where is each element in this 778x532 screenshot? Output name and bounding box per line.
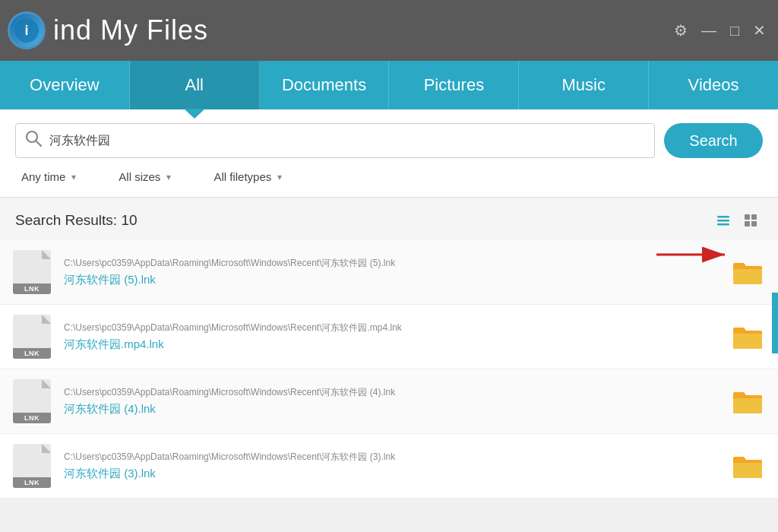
file-path: C:\Users\pc0359\AppData\Roaming\Microsof… <box>64 386 728 399</box>
nav-tabs: Overview All Documents Pictures Music Vi… <box>0 61 778 109</box>
tab-music[interactable]: Music <box>519 61 649 109</box>
tab-documents[interactable]: Documents <box>260 61 390 109</box>
list-item: LNK C:\Users\pc0359\AppData\Roaming\Micr… <box>0 305 778 369</box>
file-icon-wrap: LNK <box>11 249 53 295</box>
filters-row: Any time ▾ All sizes ▾ All filetypes ▾ <box>15 167 763 186</box>
settings-icon[interactable]: ⚙ <box>674 23 688 38</box>
svg-rect-5 <box>717 220 729 222</box>
list-item: LNK C:\Users\pc0359\AppData\Roaming\Micr… <box>0 369 778 434</box>
app-logo: i <box>8 11 46 49</box>
file-list: LNK C:\Users\pc0359\AppData\Roaming\Micr… <box>0 240 778 499</box>
file-icon: LNK <box>13 315 51 359</box>
file-icon-wrap: LNK <box>11 443 53 489</box>
svg-rect-8 <box>751 214 757 220</box>
title-bar: i ind My Files ⚙ — □ ✕ <box>0 0 778 61</box>
file-info: C:\Users\pc0359\AppData\Roaming\Microsof… <box>64 451 728 481</box>
search-icon <box>25 130 42 151</box>
maximize-button[interactable]: □ <box>730 23 739 38</box>
svg-rect-7 <box>745 214 750 220</box>
svg-line-3 <box>36 141 42 147</box>
list-view-button[interactable] <box>711 208 735 233</box>
scrollbar-thumb[interactable] <box>772 293 778 353</box>
search-row: 河东软件园 Search <box>15 123 763 158</box>
file-icon-wrap: LNK <box>11 314 53 359</box>
search-button[interactable]: Search <box>664 123 763 158</box>
filetype-filter[interactable]: All filetypes ▾ <box>207 167 288 186</box>
file-name[interactable]: 河东软件园.mp4.lnk <box>64 337 728 352</box>
results-title: Search Results: 10 <box>15 212 138 229</box>
app-logo-inner: i <box>10 14 43 47</box>
view-controls <box>711 208 763 233</box>
arrow-annotation <box>649 239 740 273</box>
svg-rect-4 <box>717 216 729 218</box>
svg-text:i: i <box>24 23 28 38</box>
file-type-label: LNK <box>13 413 51 423</box>
file-path: C:\Users\pc0359\AppData\Roaming\Microsof… <box>64 257 728 270</box>
file-info: C:\Users\pc0359\AppData\Roaming\Microsof… <box>64 257 728 287</box>
file-type-label: LNK <box>13 283 51 294</box>
file-icon: LNK <box>13 250 51 294</box>
tab-all[interactable]: All <box>130 61 260 109</box>
svg-rect-6 <box>717 223 729 226</box>
time-filter-label: Any time <box>21 170 65 183</box>
file-type-label: LNK <box>13 348 51 359</box>
file-info: C:\Users\pc0359\AppData\Roaming\Microsof… <box>64 321 728 352</box>
open-folder-button[interactable] <box>728 382 767 421</box>
time-filter-chevron: ▾ <box>71 172 76 182</box>
size-filter-chevron: ▾ <box>166 172 171 182</box>
file-name[interactable]: 河东软件园 (5).lnk <box>64 273 728 287</box>
file-icon-wrap: LNK <box>11 378 53 424</box>
filetype-filter-chevron: ▾ <box>277 172 282 182</box>
file-name[interactable]: 河东软件园 (3).lnk <box>64 467 728 481</box>
search-box[interactable]: 河东软件园 <box>15 123 655 158</box>
close-button[interactable]: ✕ <box>753 23 766 38</box>
file-path: C:\Users\pc0359\AppData\Roaming\Microsof… <box>64 451 728 464</box>
size-filter-label: All sizes <box>119 170 160 183</box>
tab-videos[interactable]: Videos <box>649 61 778 109</box>
minimize-button[interactable]: — <box>701 23 716 38</box>
file-type-label: LNK <box>13 477 51 488</box>
search-area: 河东软件园 Search Any time ▾ All sizes ▾ All … <box>0 109 778 198</box>
search-input[interactable]: 河东软件园 <box>49 133 645 149</box>
svg-rect-10 <box>751 221 757 226</box>
size-filter[interactable]: All sizes ▾ <box>112 167 177 186</box>
tab-overview[interactable]: Overview <box>0 61 130 109</box>
list-item: LNK C:\Users\pc0359\AppData\Roaming\Micr… <box>0 434 778 499</box>
file-icon: LNK <box>13 379 51 423</box>
file-icon: LNK <box>13 444 51 488</box>
app-title: ind My Files <box>53 14 208 46</box>
title-left: i ind My Files <box>8 11 208 49</box>
grid-view-button[interactable] <box>738 208 763 233</box>
title-controls: ⚙ — □ ✕ <box>674 23 766 38</box>
results-header: Search Results: 10 <box>0 198 778 240</box>
open-folder-button[interactable] <box>728 317 767 356</box>
filetype-filter-label: All filetypes <box>213 170 271 183</box>
file-name[interactable]: 河东软件园 (4).lnk <box>64 402 728 416</box>
svg-rect-9 <box>745 221 750 226</box>
file-path: C:\Users\pc0359\AppData\Roaming\Microsof… <box>64 321 728 334</box>
time-filter[interactable]: Any time ▾ <box>15 167 82 186</box>
tab-pictures[interactable]: Pictures <box>389 61 519 109</box>
file-info: C:\Users\pc0359\AppData\Roaming\Microsof… <box>64 386 728 416</box>
open-folder-button[interactable] <box>728 446 767 486</box>
